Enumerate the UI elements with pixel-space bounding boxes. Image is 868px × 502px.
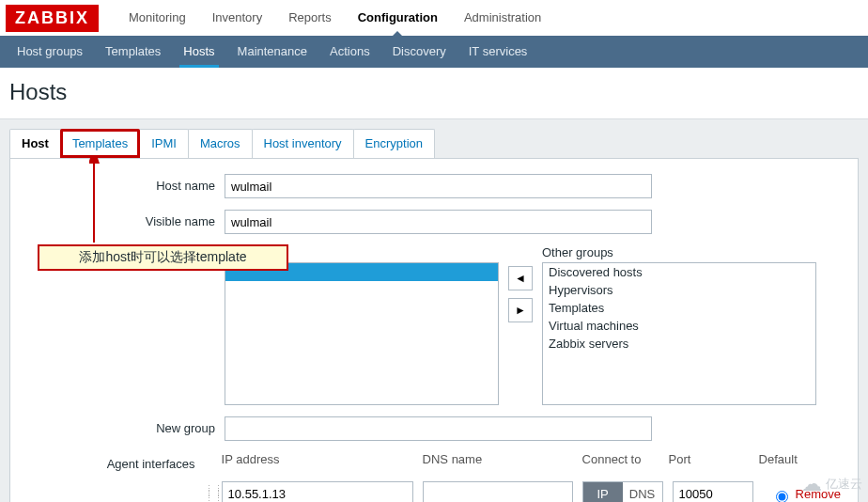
tab-ipmi[interactable]: IPMI <box>139 129 189 158</box>
tab-host[interactable]: Host <box>9 129 61 158</box>
top-navigation: ZABBIX Monitoring Inventory Reports Conf… <box>0 0 868 36</box>
move-left-button[interactable]: ◄ <box>508 266 533 290</box>
iface-header-connect: Connect to <box>582 452 667 466</box>
subnav-host-groups[interactable]: Host groups <box>6 36 94 68</box>
iface-header-port: Port <box>669 452 750 466</box>
host-form: Host name Visible name Groups In groups … <box>9 158 859 502</box>
list-item[interactable]: Zabbix servers <box>543 335 815 353</box>
tab-templates[interactable]: Templates <box>60 129 140 158</box>
list-item[interactable]: Discovered hosts <box>543 263 815 281</box>
subnav-templates[interactable]: Templates <box>94 36 172 68</box>
other-groups-label: Other groups <box>542 245 816 259</box>
subnav-actions[interactable]: Actions <box>318 36 381 68</box>
host-name-input[interactable] <box>225 174 652 198</box>
in-groups-listbox[interactable] <box>225 262 499 405</box>
new-group-input[interactable] <box>225 416 652 441</box>
drag-handle-icon[interactable]: ⋮⋮⋮⋮⋮⋮ <box>205 487 218 501</box>
watermark-text: 亿速云 <box>826 476 862 493</box>
iface-headers: IP address DNS name Connect to Port Defa… <box>205 452 798 466</box>
other-groups-listbox[interactable]: Discovered hosts Hypervisors Templates V… <box>542 262 816 405</box>
iface-header-ip: IP address <box>222 452 413 466</box>
agent-interfaces-label: Agent interfaces <box>27 452 205 471</box>
iface-ip-input[interactable] <box>222 481 413 502</box>
move-right-button[interactable]: ► <box>508 298 533 322</box>
watermark: ☁ 亿速云 <box>801 472 862 496</box>
topnav-monitoring[interactable]: Monitoring <box>116 0 199 36</box>
topnav-administration[interactable]: Administration <box>451 0 554 36</box>
iface-connect-ip[interactable]: IP <box>583 482 623 502</box>
iface-port-input[interactable] <box>673 481 753 502</box>
list-item[interactable]: Virtual machines <box>543 317 815 335</box>
iface-connect-dns[interactable]: DNS <box>623 482 662 502</box>
subnav-it-services[interactable]: IT services <box>457 36 539 68</box>
iface-header-dns: DNS name <box>423 452 573 466</box>
subnav-discovery[interactable]: Discovery <box>381 36 457 68</box>
content-area: Host Templates IPMI Macros Host inventor… <box>0 118 868 502</box>
new-group-label: New group <box>27 416 225 435</box>
visible-name-input[interactable] <box>225 210 652 234</box>
page-title: Hosts <box>0 68 868 118</box>
iface-default-radio[interactable] <box>776 491 788 503</box>
topnav-inventory[interactable]: Inventory <box>199 0 275 36</box>
sub-navigation: Host groups Templates Hosts Maintenance … <box>0 36 868 68</box>
list-item[interactable]: Templates <box>543 299 815 317</box>
iface-header-default: Default <box>759 452 798 466</box>
iface-dns-input[interactable] <box>423 481 573 502</box>
annotation-callout: 添加host时可以选择template <box>38 244 288 271</box>
zabbix-logo: ZABBIX <box>6 5 99 32</box>
visible-name-label: Visible name <box>27 210 225 228</box>
list-item[interactable]: Hypervisors <box>543 281 815 299</box>
form-tabs: Host Templates IPMI Macros Host inventor… <box>0 119 868 158</box>
iface-row: ⋮⋮⋮⋮⋮⋮ IP DNS Remove <box>205 481 841 502</box>
tab-host-inventory[interactable]: Host inventory <box>252 129 354 158</box>
topnav-configuration[interactable]: Configuration <box>345 0 451 36</box>
topnav-reports[interactable]: Reports <box>275 0 345 36</box>
cloud-icon: ☁ <box>801 472 822 496</box>
tab-macros[interactable]: Macros <box>188 129 253 158</box>
tab-encryption[interactable]: Encryption <box>353 129 435 158</box>
host-name-label: Host name <box>27 174 225 193</box>
subnav-hosts[interactable]: Hosts <box>172 36 225 68</box>
subnav-maintenance[interactable]: Maintenance <box>226 36 318 68</box>
iface-connect-toggle[interactable]: IP DNS <box>582 481 663 502</box>
